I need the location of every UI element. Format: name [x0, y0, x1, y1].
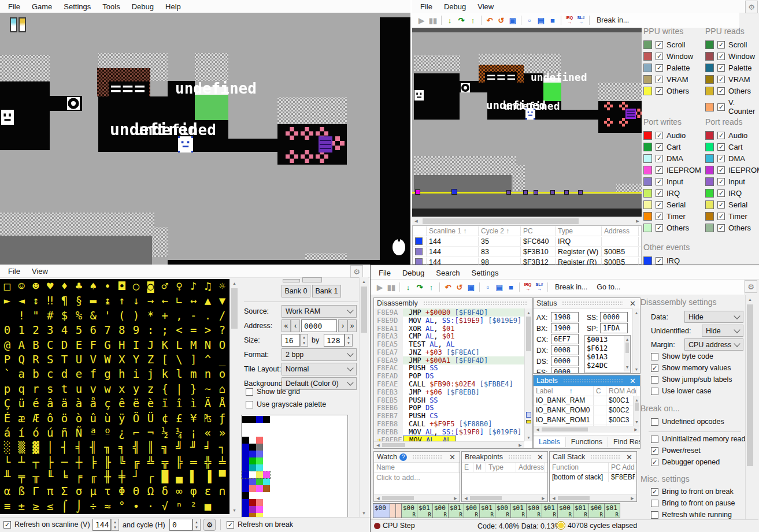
setting-dropdown[interactable]: CPU address [684, 338, 743, 351]
bank-0-button[interactable]: Bank 0 [282, 285, 310, 297]
tile-glyph[interactable]: │ [43, 440, 57, 455]
column-header[interactable]: M [473, 463, 486, 472]
break-on-irq-icon[interactable]: IRQ→ [522, 282, 534, 292]
tile-glyph[interactable]: è [143, 396, 158, 411]
scroll-up-arrow-icon[interactable]: ▲ [230, 279, 239, 287]
tile-glyph[interactable]: ! [14, 308, 29, 323]
disasm-line[interactable]: F8EADPOP DS [374, 372, 524, 380]
size-width-input[interactable]: 16 [282, 334, 300, 347]
panel-hscrollbar[interactable]: ◀▶ [462, 494, 547, 501]
label-row[interactable]: IO_BANK_ROM0$00C2 [534, 405, 633, 415]
bank-button-clipped[interactable] [302, 277, 322, 282]
scroll-up-arrow-icon[interactable]: ▲ [746, 295, 754, 303]
column-header[interactable]: PC [521, 226, 556, 236]
checkbox[interactable]: ✓ [656, 41, 663, 49]
checkbox[interactable]: ✓ [717, 213, 725, 220]
tile-glyph[interactable]: â [43, 396, 57, 411]
tile-glyph[interactable]: c [43, 367, 57, 381]
tile-glyph[interactable]: h [114, 367, 129, 381]
palette-swatch[interactable] [263, 437, 270, 444]
refresh-settings-gear-icon[interactable]: ⚙ [203, 519, 216, 531]
tile-glyph[interactable]: á [0, 426, 14, 440]
tile-glyph[interactable]: ╤ [14, 470, 29, 484]
scroll-right-arrow-icon[interactable]: ▶ [539, 495, 547, 501]
step-back-icon[interactable]: ↶ [442, 282, 454, 292]
palette-swatch[interactable] [256, 457, 263, 464]
vscroll-thumb[interactable] [625, 343, 629, 353]
tile-glyph[interactable]: § [72, 293, 86, 308]
tile-glyph[interactable]: ú [43, 426, 57, 440]
tile-glyph[interactable]: Å [215, 396, 229, 411]
checkbox[interactable]: ✓ [656, 224, 663, 232]
vscroll-thumb[interactable] [747, 304, 753, 466]
tile-glyph[interactable]: L [172, 338, 187, 352]
stack-vscrollbar[interactable]: ▲▼ [624, 336, 630, 371]
tile-glyph[interactable]: D [57, 338, 72, 352]
tile-glyph[interactable]: τ [101, 484, 115, 498]
tile-glyph[interactable]: ∞ [172, 484, 187, 498]
tile-glyph[interactable]: ¬ [143, 426, 158, 440]
checkbox[interactable]: ✓ [717, 103, 725, 111]
size-height-spinner[interactable]: ▲▼ [345, 334, 353, 347]
register-input[interactable]: 1FDA [600, 323, 628, 333]
tile-glyph[interactable]: Ç [0, 396, 14, 411]
tile-glyph[interactable]: ┬ [29, 455, 43, 470]
disasm-line[interactable]: F8EB7PUSH CS [374, 412, 524, 420]
address-input[interactable]: 0000 [301, 319, 337, 332]
scroll-left-arrow-icon[interactable]: ◀ [550, 495, 558, 501]
palette-swatch[interactable] [249, 457, 256, 464]
column-header[interactable]: PC Addr [609, 463, 635, 472]
tile-glyph[interactable]: 7 [101, 323, 115, 337]
register-input[interactable]: 6EF7 [551, 334, 579, 344]
scroll-left-arrow-icon[interactable]: ◀ [462, 495, 470, 501]
disasm-line[interactable]: F8EB8CALL +$F9F5 [$F88B0] [374, 420, 524, 428]
menu-help[interactable]: Help [160, 1, 187, 13]
checkbox[interactable]: ✓ [651, 447, 658, 455]
disasm-line[interactable]: F8EA5TEST AL, AL [374, 340, 524, 348]
tile-glyph[interactable]: V [86, 352, 101, 367]
play-icon[interactable]: ▶ [416, 15, 427, 25]
step-into-icon[interactable]: ↓ [444, 15, 456, 25]
hscroll-thumb[interactable] [423, 218, 579, 224]
setting-dropdown[interactable]: Hide [702, 325, 743, 337]
palette-swatch[interactable] [249, 423, 256, 430]
tile-glyph[interactable]: q [14, 382, 29, 396]
tile-glyph[interactable]: p [0, 382, 14, 396]
palette-swatch[interactable] [242, 478, 249, 485]
palette-swatch[interactable] [249, 451, 256, 457]
palette-swatch[interactable] [249, 437, 256, 444]
tile-glyph[interactable]: □ [0, 279, 14, 293]
column-header[interactable]: Name [374, 463, 458, 472]
tile-glyph[interactable]: ÷ [86, 499, 101, 514]
hscroll-thumb[interactable] [542, 427, 588, 431]
palette-swatch[interactable] [242, 423, 249, 430]
tile-glyph[interactable]: · [143, 499, 158, 514]
tile-glyph[interactable]: ä [57, 396, 72, 411]
options-vscrollbar[interactable]: ▲▼ [359, 277, 368, 517]
tile-glyph[interactable]: ╪ [114, 470, 129, 484]
checkbox[interactable]: ✓ [651, 364, 658, 372]
palette-swatch[interactable] [249, 506, 256, 513]
tile-glyph[interactable]: ▬ [86, 293, 101, 308]
palette-swatch[interactable] [256, 485, 263, 492]
tile-glyph[interactable]: 4 [57, 323, 72, 337]
close-icon[interactable]: ✕ [628, 299, 637, 308]
checkbox[interactable]: ✓ [717, 64, 725, 72]
tile-glyph[interactable]: ₧ [201, 411, 215, 426]
tile-glyph[interactable] [0, 308, 14, 323]
tile-glyph[interactable]: ╕ [114, 440, 129, 455]
tile-glyph[interactable]: £ [172, 411, 187, 426]
palette-swatch[interactable] [242, 492, 249, 499]
tile-glyph[interactable]: * [143, 308, 158, 323]
disasm-line[interactable]: F8EBBMOV AL, SS:[$19F0] [$019F0] [374, 428, 524, 436]
palette-swatch[interactable] [263, 430, 270, 437]
palette-swatch[interactable] [249, 416, 256, 423]
frame-view-1-icon[interactable]: ▫ [482, 282, 494, 292]
vscroll-thumb[interactable] [361, 287, 367, 333]
column-header[interactable]: Type [486, 463, 516, 472]
tile-glyph[interactable]: . [201, 308, 215, 323]
scroll-up-arrow-icon[interactable]: ▲ [633, 308, 640, 317]
step-over-icon[interactable]: ↷ [456, 15, 467, 25]
checkbox[interactable]: ✓ [3, 521, 11, 529]
tile-glyph[interactable]: ¢ [158, 411, 172, 426]
